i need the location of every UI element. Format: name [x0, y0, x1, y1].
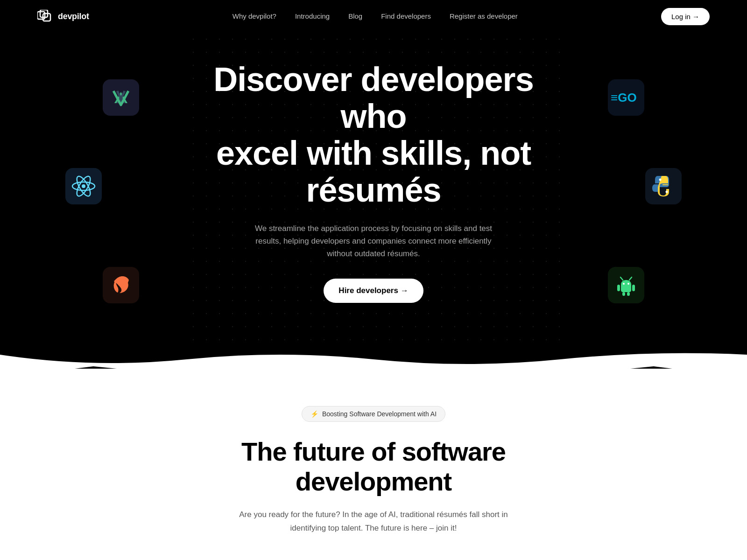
ai-badge: ⚡ Boosting Software Development with AI [302, 406, 445, 422]
nav-links: Why devpilot? Introducing Blog Find deve… [233, 12, 518, 21]
hero-section: ≡GO [0, 33, 747, 341]
logo[interactable]: devpilot [37, 10, 89, 23]
second-section: ⚡ Boosting Software Development with AI … [0, 369, 747, 560]
react-icon [65, 168, 102, 204]
svg-rect-20 [627, 292, 630, 296]
svg-rect-19 [622, 292, 625, 296]
svg-rect-0 [37, 12, 45, 19]
nav-item-introducing[interactable]: Introducing [295, 12, 330, 20]
badge-text: Boosting Software Development with AI [322, 410, 437, 418]
svg-point-16 [627, 283, 629, 285]
svg-line-13 [620, 277, 623, 280]
swift-icon [103, 267, 139, 303]
svg-point-15 [623, 283, 625, 285]
hero-content: Discover developers who excel with skill… [210, 61, 537, 303]
logo-text: devpilot [58, 12, 89, 21]
section-separator [0, 341, 747, 369]
svg-rect-17 [617, 285, 620, 291]
second-section-subtitle: Are you ready for the future? In the age… [238, 508, 509, 535]
badge-icon: ⚡ [310, 410, 318, 418]
vue-icon [103, 79, 139, 116]
svg-line-14 [629, 277, 632, 280]
second-section-title: The future of software development [241, 437, 506, 497]
svg-point-11 [659, 179, 662, 181]
svg-point-12 [666, 191, 668, 193]
hire-developers-button[interactable]: Hire developers → [324, 279, 423, 303]
go-icon: ≡GO [608, 79, 644, 116]
svg-point-9 [82, 184, 85, 188]
navbar: devpilot Why devpilot? Introducing Blog … [0, 0, 747, 33]
logo-icon [37, 10, 54, 23]
nav-item-find-developers[interactable]: Find developers [381, 12, 431, 20]
svg-text:≡GO: ≡GO [611, 91, 637, 105]
android-icon [608, 267, 644, 303]
hero-title: Discover developers who excel with skill… [210, 61, 537, 209]
login-button[interactable]: Log in → [661, 8, 710, 25]
nav-item-blog[interactable]: Blog [348, 12, 362, 20]
nav-item-why[interactable]: Why devpilot? [233, 12, 276, 20]
hero-subtitle: We streamline the application process by… [243, 222, 504, 260]
svg-rect-18 [632, 285, 635, 291]
nav-item-register[interactable]: Register as developer [450, 12, 518, 20]
python-icon [645, 168, 682, 204]
